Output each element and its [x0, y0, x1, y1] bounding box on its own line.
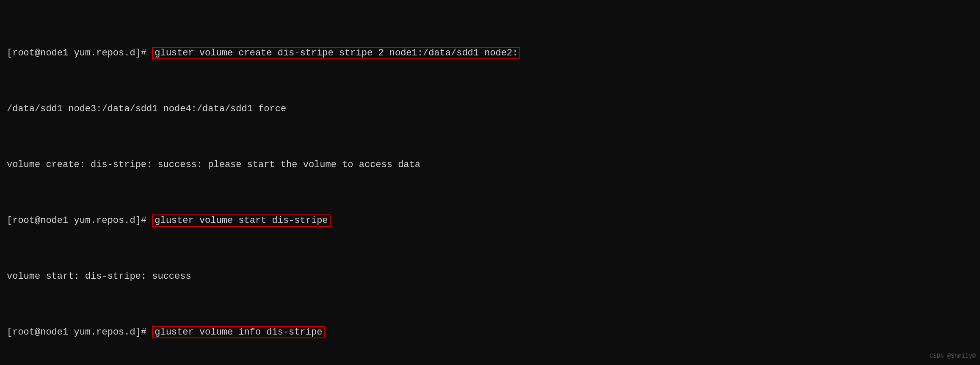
prompt-1: [root@node1 yum.repos.d]# — [7, 48, 152, 58]
prompt-3: [root@node1 yum.repos.d]# — [7, 327, 152, 338]
watermark: CSDN @Shmily© — [930, 352, 976, 361]
terminal-line-5: volume start: dis-stripe: success — [7, 269, 973, 283]
terminal-line-2: /data/sdd1 node3:/data/sdd1 node4:/data/… — [7, 102, 973, 116]
terminal-output: [root@node1 yum.repos.d]# gluster volume… — [7, 4, 973, 365]
terminal-line-6: [root@node1 yum.repos.d]# gluster volume… — [7, 325, 973, 339]
command-box-2: gluster volume start dis-stripe — [152, 214, 330, 227]
terminal-line-3: volume create: dis-stripe: success: plea… — [7, 158, 973, 172]
command-box-3: gluster volume info dis-stripe — [152, 326, 325, 338]
terminal-line-4: [root@node1 yum.repos.d]# gluster volume… — [7, 214, 973, 228]
terminal-line-1: [root@node1 yum.repos.d]# gluster volume… — [7, 46, 973, 60]
prompt-2: [root@node1 yum.repos.d]# — [7, 215, 152, 226]
command-box-1: gluster volume create dis-stripe stripe … — [152, 47, 520, 59]
